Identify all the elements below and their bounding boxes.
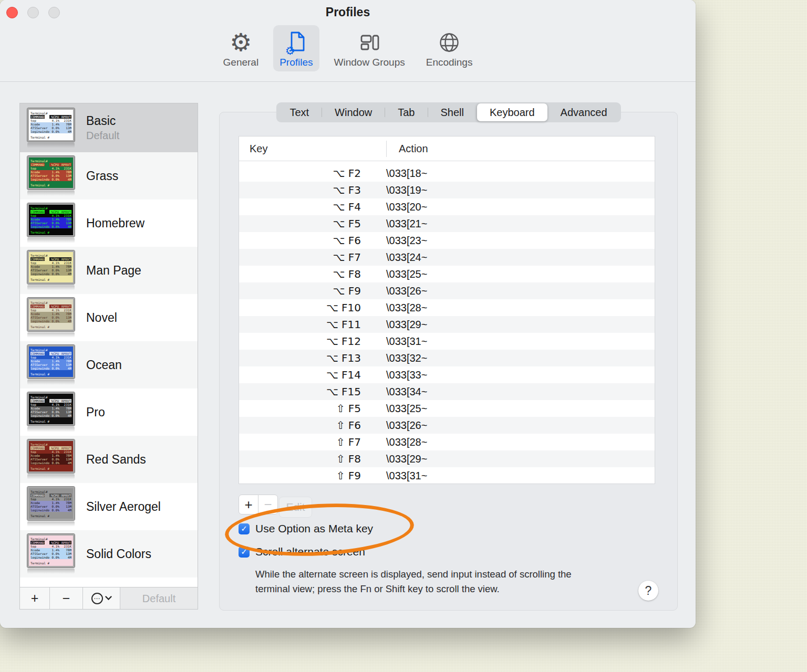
key-cell: ⌥ F12: [239, 335, 374, 348]
table-row[interactable]: ⌥ F15\033[34~: [239, 383, 655, 400]
remove-profile-button[interactable]: −: [50, 587, 83, 609]
set-default-button: Default: [120, 587, 198, 609]
more-options-button[interactable]: ⋯: [83, 587, 120, 609]
thumb-row: ATSServer0.0%13M: [30, 505, 71, 508]
table-row[interactable]: ⇧ F6\033[26~: [239, 417, 655, 434]
profile-label: Novel: [86, 311, 117, 325]
table-row[interactable]: ⌥ F8\033[25~: [239, 266, 655, 282]
thumb-row: loginwindow0.0%4M: [30, 508, 71, 512]
thumb-row: loginwindow0.0%4M: [30, 461, 71, 465]
thumb-prompt: Terminal #: [30, 561, 71, 565]
table-row[interactable]: ⇧ F5\033[25~: [239, 400, 655, 417]
help-button[interactable]: ?: [638, 581, 658, 601]
tab-text[interactable]: Text: [277, 103, 322, 121]
thumbnail-reflection: [27, 332, 75, 338]
thumb-prompt: Terminal #: [30, 325, 71, 329]
column-header-key: Key: [250, 143, 267, 155]
toolbar-item-window-groups[interactable]: Window Groups: [328, 25, 411, 71]
thumb-header: COMMAND%CPURPRVT: [30, 446, 71, 450]
table-row[interactable]: ⌥ F6\033[23~: [239, 232, 655, 249]
profile-item-man-page[interactable]: Terminal#COMMAND%CPURPRVTtop4.1%231KXcod…: [20, 247, 198, 294]
tab-keyboard[interactable]: Keyboard: [477, 103, 547, 121]
table-row[interactable]: ⌥ F5\033[21~: [239, 215, 655, 232]
table-row[interactable]: ⌥ F4\033[20~: [239, 198, 655, 215]
action-cell: \033[32~: [374, 352, 427, 364]
thumb-row: loginwindow0.0%4M: [30, 272, 71, 276]
table-row[interactable]: ⌥ F12\033[31~: [239, 333, 655, 350]
profile-item-silver-aerogel[interactable]: Terminal#COMMAND%CPURPRVTtop4.1%231KXcod…: [20, 483, 198, 530]
profile-item-basic[interactable]: Terminal#COMMAND%CPURPRVTtop4.1%231KXcod…: [20, 103, 198, 152]
terminal-preview-icon: Terminal#COMMAND%CPURPRVTtop4.1%231KXcod…: [27, 439, 75, 473]
profile-label: Homebrew: [86, 216, 144, 230]
tab-advanced[interactable]: Advanced: [548, 103, 620, 121]
table-row[interactable]: ⇧ F8\033[29~: [239, 450, 655, 467]
profile-item-ocean[interactable]: Terminal#COMMAND%CPURPRVTtop4.1%231KXcod…: [20, 341, 198, 388]
action-cell: \033[28~: [374, 436, 427, 448]
profile-item-novel[interactable]: Terminal#COMMAND%CPURPRVTtop4.1%231KXcod…: [20, 294, 198, 341]
tab-window[interactable]: Window: [322, 103, 385, 121]
profile-thumbnail: Terminal#COMMAND%CPURPRVTtop4.1%231KXcod…: [27, 108, 75, 148]
profile-item-homebrew[interactable]: Terminal#COMMAND%CPURPRVTtop4.1%231KXcod…: [20, 200, 198, 247]
use-option-as-meta-checkbox[interactable]: ✓: [239, 523, 250, 534]
thumb-title: Terminal#: [30, 395, 71, 399]
tab-tab[interactable]: Tab: [385, 103, 427, 121]
thumb-row: top4.1%231K: [30, 308, 71, 312]
profile-thumbnail: Terminal#COMMAND%CPURPRVTtop4.1%231KXcod…: [27, 439, 75, 479]
table-row[interactable]: ⌥ F2\033[18~: [239, 165, 655, 182]
profile-thumbnail: Terminal#COMMAND%CPURPRVTtop4.1%231KXcod…: [27, 250, 75, 290]
thumb-row: Xcode1.4%78M: [30, 454, 71, 457]
thumb-header: COMMAND%CPURPRVT: [30, 352, 71, 355]
scroll-alternate-screen-checkbox[interactable]: ✓: [239, 547, 250, 558]
profile-name: Red Sands: [86, 453, 146, 467]
profile-label: Man Page: [86, 264, 141, 278]
thumb-row: loginwindow0.0%4M: [30, 225, 71, 228]
thumb-row: top4.1%231K: [30, 497, 71, 501]
add-key-mapping-button[interactable]: +: [239, 495, 258, 514]
profile-thumbnail: Terminal#COMMAND%CPURPRVTtop4.1%231KXcod…: [27, 298, 75, 338]
profile-item-grass[interactable]: Terminal#COMMAND%CPURPRVTtop4.1%231KXcod…: [20, 152, 198, 200]
thumb-row: top4.1%231K: [30, 544, 71, 548]
action-cell: \033[24~: [374, 251, 427, 264]
thumb-row: Xcode1.4%78M: [30, 312, 71, 316]
table-row[interactable]: ⇧ F7\033[28~: [239, 434, 655, 450]
profile-item-red-sands[interactable]: Terminal#COMMAND%CPURPRVTtop4.1%231KXcod…: [20, 436, 198, 483]
action-cell: \033[29~: [374, 319, 427, 331]
action-cell: \033[25~: [374, 403, 427, 415]
thumb-chip: RPRVT: [59, 115, 71, 119]
toolbar-item-encodings[interactable]: Encodings: [420, 25, 479, 71]
table-row[interactable]: ⌥ F14\033[33~: [239, 366, 655, 383]
table-row[interactable]: ⌥ F10\033[28~: [239, 299, 655, 316]
profile-label: Ocean: [86, 358, 122, 372]
table-row[interactable]: ⌥ F7\033[24~: [239, 249, 655, 266]
key-mapping-table: Key Action ⌥ F2\033[18~⌥ F3\033[19~⌥ F4\…: [239, 136, 655, 484]
thumb-prompt: Terminal #: [30, 230, 71, 234]
table-row[interactable]: ⌥ F13\033[32~: [239, 350, 655, 366]
thumb-row: Xcode1.4%78M: [30, 170, 71, 174]
thumb-chip: COMMAND: [30, 446, 45, 450]
profile-item-solid-colors[interactable]: Terminal#COMMAND%CPURPRVTtop4.1%231KXcod…: [20, 530, 198, 578]
edit-key-mapping-button: Edit: [279, 497, 312, 518]
remove-key-mapping-button: −: [258, 495, 278, 514]
profile-item-pro[interactable]: Terminal#COMMAND%CPURPRVTtop4.1%231KXcod…: [20, 388, 198, 436]
table-row[interactable]: ⌥ F9\033[26~: [239, 282, 655, 299]
table-row[interactable]: ⌥ F11\033[29~: [239, 316, 655, 333]
key-cell: ⌥ F2: [239, 167, 374, 180]
toolbar-item-general[interactable]: ⚙ General: [217, 25, 265, 71]
toolbar-item-profiles[interactable]: ⚙ Profiles: [273, 25, 319, 71]
table-row[interactable]: ⌥ F3\033[19~: [239, 182, 655, 198]
profile-name: Basic: [86, 114, 119, 128]
thumb-row: top4.1%231K: [30, 166, 71, 170]
add-profile-button[interactable]: +: [20, 587, 50, 609]
thumb-row: loginwindow0.0%4M: [30, 177, 71, 181]
tab-shell[interactable]: Shell: [428, 103, 477, 121]
table-row[interactable]: ⇧ F9\033[31~: [239, 467, 655, 484]
terminal-preview-icon: Terminal#COMMAND%CPURPRVTtop4.1%231KXcod…: [27, 250, 75, 284]
titlebar: Profiles ⚙ General ⚙ Profiles: [0, 0, 696, 82]
thumbnail-reflection: [27, 427, 75, 432]
profile-thumbnail: Terminal#COMMAND%CPURPRVTtop4.1%231KXcod…: [27, 534, 75, 574]
thumb-chip: COMMAND: [30, 304, 45, 308]
table-body: ⌥ F2\033[18~⌥ F3\033[19~⌥ F4\033[20~⌥ F5…: [239, 161, 655, 484]
profile-label: BasicDefault: [86, 114, 119, 142]
thumb-header: COMMAND%CPURPRVT: [30, 494, 71, 497]
action-cell: \033[18~: [374, 167, 427, 180]
